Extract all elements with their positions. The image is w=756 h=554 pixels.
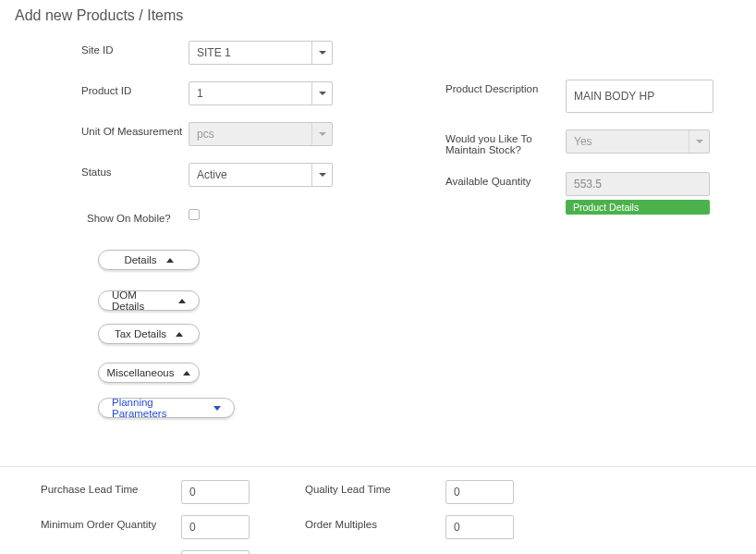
min-order-qty-input[interactable]: 0 [181, 515, 250, 539]
accordion-label: Miscellaneous [107, 367, 175, 378]
quality-lead-time-input[interactable]: 0 [445, 480, 514, 504]
purchase-lead-time-input[interactable]: 0 [181, 480, 250, 504]
dropdown-arrow-icon [311, 42, 332, 64]
accordion-label: Details [124, 254, 156, 265]
uom-select[interactable]: pcs [189, 122, 333, 146]
min-order-qty-label: Minimum Order Quantity [41, 515, 181, 530]
min-order-qty-value: 0 [189, 521, 196, 534]
maintain-stock-select[interactable]: Yes [566, 129, 710, 154]
maintain-stock-value: Yes [567, 135, 689, 148]
product-details-badge[interactable]: Product Details [566, 200, 710, 215]
chevron-up-icon [178, 299, 186, 303]
site-id-value: SITE 1 [189, 46, 311, 59]
chevron-up-icon [166, 258, 174, 263]
tax-details-accordion[interactable]: Tax Details [98, 324, 200, 344]
chevron-down-icon [213, 406, 221, 411]
uom-value: pcs [189, 128, 311, 141]
order-multiples-input[interactable]: 0 [445, 515, 514, 539]
status-label: Status [81, 163, 189, 178]
dropdown-arrow-icon [311, 164, 332, 186]
accordion-label: UOM Details [112, 289, 169, 312]
product-description-label: Product Description [445, 80, 566, 94]
status-select[interactable]: Active [189, 163, 333, 187]
planning-parameters-accordion[interactable]: Planning Parameters [98, 398, 235, 418]
uom-details-accordion[interactable]: UOM Details [98, 290, 200, 311]
chevron-up-icon [183, 371, 190, 375]
section-divider [0, 466, 756, 467]
dropdown-arrow-icon [311, 123, 332, 145]
shrink-factor-label: Shrink Factor(%) [41, 550, 181, 554]
chevron-up-icon [176, 332, 183, 337]
purchase-lead-time-value: 0 [189, 486, 196, 499]
available-quantity-input: 553.5 [566, 172, 710, 196]
product-id-select[interactable]: 1 [189, 81, 333, 105]
purchase-lead-time-label: Purchase Lead Time [41, 480, 181, 495]
shrink-factor-input[interactable]: 0 [181, 550, 250, 554]
dropdown-arrow-icon [311, 82, 332, 105]
product-description-input[interactable]: MAIN BODY HP [566, 80, 713, 113]
maintain-stock-label: Would you Like To Maintain Stock? [445, 129, 566, 155]
dropdown-arrow-icon [689, 130, 709, 153]
page-title: Add new Products / Items [15, 7, 756, 24]
uom-label: Unit Of Measurement [81, 122, 189, 137]
accordion-label: Planning Parameters [112, 397, 204, 419]
quality-lead-time-value: 0 [454, 486, 460, 499]
site-id-select[interactable]: SITE 1 [189, 41, 333, 65]
product-description-value: MAIN BODY HP [574, 90, 654, 103]
product-id-label: Product ID [81, 81, 189, 96]
order-multiples-value: 0 [454, 521, 460, 534]
show-mobile-label: Show On Mobile? [87, 209, 189, 224]
status-value: Active [189, 168, 311, 181]
available-quantity-label: Available Quantity [445, 172, 566, 187]
show-mobile-checkbox[interactable] [189, 209, 200, 220]
quality-lead-time-label: Quality Lead Time [305, 480, 445, 495]
miscellaneous-accordion[interactable]: Miscellaneous [98, 363, 200, 383]
site-id-label: Site ID [81, 41, 189, 55]
details-accordion[interactable]: Details [98, 250, 200, 270]
available-quantity-value: 553.5 [574, 178, 602, 191]
product-id-value: 1 [189, 87, 311, 100]
order-multiples-label: Order Multiples [305, 515, 445, 530]
accordion-label: Tax Details [115, 328, 166, 339]
